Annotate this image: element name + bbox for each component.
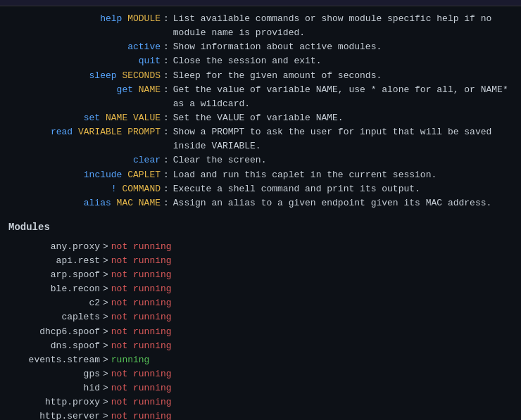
help-sep: : bbox=[163, 196, 169, 210]
terminal-body: help MODULE : List available commands or… bbox=[0, 6, 521, 420]
module-status: not running bbox=[111, 367, 172, 381]
module-row: events.stream > running bbox=[8, 353, 513, 367]
modules-section-title: Modules bbox=[8, 220, 513, 236]
help-key: include CAPLET bbox=[8, 168, 163, 182]
module-status: not running bbox=[111, 254, 172, 268]
module-arrow: > bbox=[103, 325, 108, 339]
module-name: gps bbox=[8, 367, 100, 381]
help-row: help MODULE : List available commands or… bbox=[8, 12, 513, 40]
help-row: alias MAC NAME : Assign an alias to a gi… bbox=[8, 196, 513, 210]
module-arrow: > bbox=[103, 254, 108, 268]
module-name: dhcp6.spoof bbox=[8, 325, 100, 339]
help-desc: Load and run this caplet in the current … bbox=[173, 168, 437, 182]
module-name: api.rest bbox=[8, 254, 100, 268]
help-desc: List available commands or show module s… bbox=[173, 12, 513, 40]
help-sep: : bbox=[163, 182, 169, 196]
help-row: sleep SECONDS : Sleep for the given amou… bbox=[8, 69, 513, 83]
help-sep: : bbox=[163, 125, 169, 139]
module-arrow: > bbox=[103, 240, 108, 254]
help-sep: : bbox=[163, 153, 169, 167]
module-row: c2 > not running bbox=[8, 296, 513, 310]
help-desc: Get the value of variable NAME, use * al… bbox=[173, 83, 513, 111]
module-arrow: > bbox=[103, 395, 108, 409]
module-arrow: > bbox=[103, 381, 108, 395]
module-row: http.proxy > not running bbox=[8, 395, 513, 409]
module-arrow: > bbox=[103, 367, 108, 381]
module-row: gps > not running bbox=[8, 367, 513, 381]
module-row: dns.spoof > not running bbox=[8, 339, 513, 353]
help-key: sleep SECONDS bbox=[8, 69, 163, 83]
help-row: ! COMMAND : Execute a shell command and … bbox=[8, 182, 513, 196]
module-status: not running bbox=[111, 310, 172, 324]
module-status: not running bbox=[111, 296, 172, 310]
module-status: not running bbox=[111, 395, 172, 409]
help-sep: : bbox=[163, 83, 169, 97]
module-status: not running bbox=[111, 409, 172, 420]
module-status: not running bbox=[111, 282, 172, 296]
help-desc: Execute a shell command and print its ou… bbox=[173, 182, 420, 196]
modules-grid: any.proxy > not runningapi.rest > not ru… bbox=[8, 240, 513, 420]
module-row: http.server > not running bbox=[8, 409, 513, 420]
module-row: arp.spoof > not running bbox=[8, 268, 513, 282]
help-desc: Show a PROMPT to ask the user for input … bbox=[173, 125, 513, 153]
module-name: caplets bbox=[8, 310, 100, 324]
help-row: active : Show information about active m… bbox=[8, 40, 513, 54]
help-key: active bbox=[8, 40, 163, 54]
help-sep: : bbox=[163, 12, 169, 26]
module-row: api.rest > not running bbox=[8, 254, 513, 268]
module-name: arp.spoof bbox=[8, 268, 100, 282]
help-key: get NAME bbox=[8, 83, 163, 97]
help-desc: Show information about active modules. bbox=[173, 40, 382, 54]
module-name: events.stream bbox=[8, 353, 100, 367]
help-row: set NAME VALUE : Set the VALUE of variab… bbox=[8, 111, 513, 125]
module-status: not running bbox=[111, 339, 172, 353]
help-row: get NAME : Get the value of variable NAM… bbox=[8, 83, 513, 111]
module-arrow: > bbox=[103, 282, 108, 296]
help-desc: Assign an alias to a given endpoint give… bbox=[173, 196, 491, 210]
module-row: caplets > not running bbox=[8, 310, 513, 324]
help-sep: : bbox=[163, 54, 169, 68]
help-key: quit bbox=[8, 54, 163, 68]
module-name: ble.recon bbox=[8, 282, 100, 296]
help-row: quit : Close the session and exit. bbox=[8, 54, 513, 68]
help-row: clear : Clear the screen. bbox=[8, 153, 513, 167]
help-key: set NAME VALUE bbox=[8, 111, 163, 125]
module-arrow: > bbox=[103, 353, 108, 367]
help-key: help MODULE bbox=[8, 12, 163, 26]
module-name: http.server bbox=[8, 409, 100, 420]
help-key: clear bbox=[8, 153, 163, 167]
help-row: include CAPLET : Load and run this caple… bbox=[8, 168, 513, 182]
help-sep: : bbox=[163, 40, 169, 54]
module-status: not running bbox=[111, 268, 172, 282]
module-arrow: > bbox=[103, 296, 108, 310]
help-key: read VARIABLE PROMPT bbox=[8, 125, 163, 139]
module-arrow: > bbox=[103, 310, 108, 324]
module-name: any.proxy bbox=[8, 240, 100, 254]
help-sep: : bbox=[163, 168, 169, 182]
module-status: not running bbox=[111, 381, 172, 395]
help-key: alias MAC NAME bbox=[8, 196, 163, 210]
module-status: not running bbox=[111, 240, 172, 254]
help-desc: Clear the screen. bbox=[173, 153, 267, 167]
module-row: any.proxy > not running bbox=[8, 240, 513, 254]
module-row: ble.recon > not running bbox=[8, 282, 513, 296]
help-key: ! COMMAND bbox=[8, 182, 163, 196]
module-status: not running bbox=[111, 325, 172, 339]
module-name: hid bbox=[8, 381, 100, 395]
module-status: running bbox=[111, 353, 150, 367]
help-desc: Close the session and exit. bbox=[173, 54, 322, 68]
help-sep: : bbox=[163, 69, 169, 83]
module-name: dns.spoof bbox=[8, 339, 100, 353]
module-arrow: > bbox=[103, 409, 108, 420]
module-row: hid > not running bbox=[8, 381, 513, 395]
help-table: help MODULE : List available commands or… bbox=[8, 12, 513, 210]
module-name: c2 bbox=[8, 296, 100, 310]
help-sep: : bbox=[163, 111, 169, 125]
help-desc: Sleep for the given amount of seconds. bbox=[173, 69, 382, 83]
module-arrow: > bbox=[103, 339, 108, 353]
title-bar bbox=[0, 0, 521, 6]
module-arrow: > bbox=[103, 268, 108, 282]
help-row: read VARIABLE PROMPT : Show a PROMPT to … bbox=[8, 125, 513, 153]
module-row: dhcp6.spoof > not running bbox=[8, 325, 513, 339]
module-name: http.proxy bbox=[8, 395, 100, 409]
